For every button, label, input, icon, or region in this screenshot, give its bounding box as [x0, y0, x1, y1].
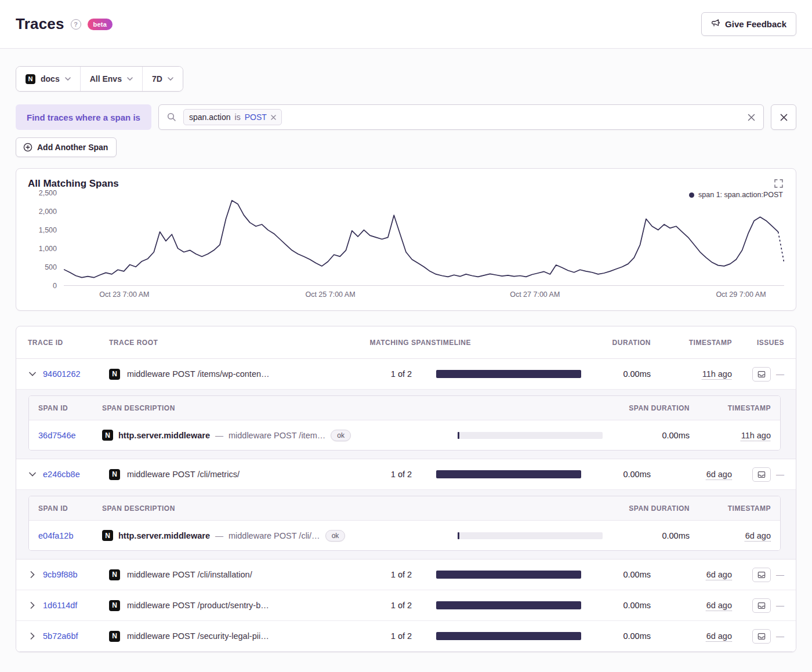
expanded-spans-section: SPAN ID SPAN DESCRIPTION SPAN DURATION T…	[16, 390, 796, 459]
remove-token-icon[interactable]	[271, 115, 276, 120]
trace-row: e246cb8e N middleware POST /cli/metrics/…	[16, 459, 796, 490]
timeline-bar	[436, 370, 581, 378]
project-platform-icon: N	[109, 631, 120, 642]
search-filter-token[interactable]: span.action is POST	[183, 109, 282, 125]
trace-root-text: middleware POST /items/wp-conten…	[127, 369, 270, 379]
give-feedback-button[interactable]: Give Feedback	[701, 12, 796, 36]
col-span-description: SPAN DESCRIPTION	[102, 404, 458, 412]
timeline-bar	[436, 632, 581, 640]
issues-button[interactable]	[752, 629, 771, 644]
col-trace-root: TRACE ROOT	[109, 339, 367, 347]
span-status-badge: ok	[331, 430, 351, 441]
project-platform-icon: N	[26, 74, 35, 84]
trace-row: 5b72a6bf N middleware POST /security-leg…	[16, 621, 796, 652]
span-id-link[interactable]: 36d7546e	[38, 431, 76, 440]
add-another-span-button[interactable]: Add Another Span	[16, 137, 117, 157]
token-key: span.action	[189, 112, 231, 122]
trace-root-text: middleware POST /product/sentry-b…	[127, 601, 269, 610]
chevron-down-icon	[65, 77, 71, 81]
issues-icon	[757, 571, 766, 579]
environment-selector-label: All Envs	[90, 74, 122, 83]
duration-value: 0.00ms	[593, 570, 651, 579]
trace-id-link[interactable]: 5b72a6bf	[43, 631, 78, 641]
find-traces-label: Find traces where a span is	[16, 104, 151, 130]
col-span-id: SPAN ID	[38, 404, 102, 412]
matching-spans-value: 1 of 2	[367, 570, 436, 579]
issues-icon	[757, 602, 766, 609]
chart-line-solid	[64, 201, 778, 278]
col-matching-spans: MATCHING SPANS	[367, 339, 436, 347]
span-duration-value: 0.00ms	[603, 531, 690, 540]
page-title: Traces	[16, 15, 64, 33]
expand-trace-button[interactable]	[28, 602, 37, 609]
issues-empty-dash: —	[776, 601, 784, 610]
trace-root-text: middleware POST /cli/metrics/	[127, 470, 240, 479]
matching-spans-value: 1 of 2	[367, 369, 436, 379]
give-feedback-label: Give Feedback	[725, 19, 786, 29]
timeline-bar	[436, 571, 581, 579]
col-span-timestamp: TIMESTAMP	[690, 504, 771, 513]
chart-x-axis: Oct 23 7:00 AM Oct 25 7:00 AM Oct 27 7:0…	[64, 289, 784, 303]
duration-value: 0.00ms	[593, 470, 651, 479]
span-status-badge: ok	[325, 530, 346, 542]
spans-line-chart: span 1: span.action:POST	[64, 193, 784, 286]
issues-icon	[757, 370, 766, 378]
span-search-input[interactable]: span.action is POST	[158, 104, 764, 130]
chart-legend: span 1: span.action:POST	[688, 190, 784, 200]
timeline-bar	[436, 470, 581, 478]
issues-button[interactable]	[752, 598, 771, 613]
duration-value: 0.00ms	[593, 369, 651, 379]
token-value: POST	[245, 112, 267, 122]
help-icon[interactable]: ?	[71, 19, 81, 30]
beta-badge: beta	[88, 19, 113, 30]
span-timeline-fill	[458, 532, 459, 539]
close-icon	[780, 114, 788, 121]
matching-spans-value: 1 of 2	[367, 470, 436, 479]
plus-circle-icon	[23, 143, 32, 152]
col-span-id: SPAN ID	[38, 504, 102, 513]
traces-table: TRACE ID TRACE ROOT MATCHING SPANS TIMEL…	[16, 326, 796, 652]
span-description: middleware POST /item…	[229, 431, 325, 440]
project-selector[interactable]: N docs	[16, 67, 81, 91]
chevron-down-icon	[29, 372, 36, 376]
issues-button[interactable]	[752, 467, 771, 482]
issues-button[interactable]	[752, 568, 771, 582]
span-operation: http.server.middleware	[118, 531, 210, 540]
remove-span-query-button[interactable]	[771, 104, 796, 130]
trace-id-link[interactable]: 94601262	[43, 369, 81, 379]
issues-icon	[757, 471, 766, 478]
col-issues: ISSUES	[732, 339, 784, 347]
expand-trace-button[interactable]	[28, 571, 37, 578]
span-description: middleware POST /cli/…	[229, 531, 320, 540]
span-timeline-track	[458, 532, 603, 539]
span-timestamp-value: 11h ago	[741, 431, 771, 440]
project-selector-label: docs	[41, 74, 60, 83]
chart-y-axis: 2,500 2,000 1,500 1,000 500 0	[28, 193, 64, 286]
duration-value: 0.00ms	[593, 601, 651, 610]
x-tick: Oct 27 7:00 AM	[510, 290, 560, 299]
fullscreen-button[interactable]	[773, 178, 784, 191]
add-another-span-label: Add Another Span	[37, 143, 108, 152]
timestamp-value: 6d ago	[706, 601, 732, 610]
expand-trace-button[interactable]	[28, 633, 37, 640]
y-tick: 1,000	[39, 245, 57, 253]
date-range-selector[interactable]: 7D	[143, 67, 183, 91]
trace-id-link[interactable]: e246cb8e	[43, 470, 80, 479]
trace-id-link[interactable]: 1d6114df	[43, 601, 77, 610]
span-id-link[interactable]: e04fa12b	[38, 531, 73, 540]
col-trace-id: TRACE ID	[28, 339, 109, 347]
col-span-duration: SPAN DURATION	[603, 504, 690, 513]
y-tick: 1,500	[39, 226, 57, 234]
clear-search-icon[interactable]	[748, 114, 755, 121]
project-platform-icon: N	[109, 369, 120, 380]
token-operator: is	[235, 112, 241, 122]
project-platform-icon: N	[109, 469, 120, 480]
trace-id-link[interactable]: 9cb9f88b	[43, 570, 78, 579]
collapse-trace-button[interactable]	[28, 372, 37, 376]
issues-button[interactable]	[752, 367, 771, 382]
issues-empty-dash: —	[776, 631, 784, 641]
span-timeline-fill	[458, 432, 459, 439]
collapse-trace-button[interactable]	[28, 472, 37, 477]
traces-table-header: TRACE ID TRACE ROOT MATCHING SPANS TIMEL…	[16, 326, 796, 359]
environment-selector[interactable]: All Envs	[81, 67, 143, 91]
